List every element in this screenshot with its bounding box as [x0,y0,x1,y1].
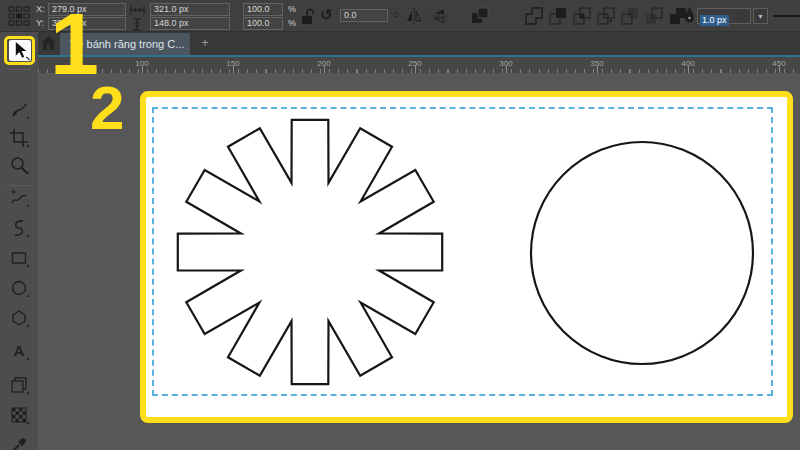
percent-h-label: % [288,4,296,14]
crop-tool[interactable] [9,128,29,148]
tab-accent-line [38,55,800,57]
document-tab-bar: Vẽ bánh răng trong C... + [38,32,800,55]
transparency-tool[interactable] [9,405,29,425]
outline-width-icon [684,6,695,26]
trim-button[interactable] [548,6,568,26]
new-tab-button[interactable]: + [196,35,214,50]
ruler-major-tick [324,66,325,73]
mirror-horizontal-button[interactable] [404,6,424,26]
intersect-button[interactable] [572,6,592,26]
mirror-vertical-button[interactable] [429,6,449,26]
weld-button[interactable] [524,6,544,26]
ellipse-status-icon: ○ [392,8,399,20]
zoom-tool[interactable] [9,155,29,175]
pick-tool[interactable] [9,40,31,61]
object-width-field[interactable]: 321.0 px [150,3,230,16]
drawing-window [38,73,800,450]
text-tool[interactable]: A [9,341,29,361]
freehand-tool[interactable] [9,188,29,208]
ruler-major-tick [597,66,598,73]
color-eyedropper-tool[interactable] [9,435,29,450]
page-shapes [146,97,787,417]
ruler-major-tick [779,66,780,73]
object-height-icon [132,18,142,31]
rotate-icon: ↺ [320,6,333,24]
simplify-button[interactable] [596,6,616,26]
smart-drawing-tool[interactable] [9,218,29,238]
ruler-major-tick [506,66,507,73]
gear-shape[interactable] [178,120,442,384]
y-label: Y: [36,18,44,28]
ruler-major-tick [233,66,234,73]
object-position-icon [8,6,30,26]
scale-h-field[interactable]: 100.0 [243,3,283,16]
group-objects-button[interactable] [470,6,490,26]
rotation-angle-field[interactable]: 0.0 [340,9,388,22]
ruler-major-tick [415,66,416,73]
contour-tool[interactable] [9,375,29,395]
object-width-icon [130,5,145,15]
lock-ratio-icon[interactable] [300,7,315,25]
percent-v-label: % [288,18,296,28]
rectangle-tool[interactable] [9,248,29,268]
ruler-major-tick [142,66,143,73]
shape-tool[interactable] [9,100,29,120]
horizontal-ruler: 100150200250300350400450 [38,57,800,73]
x-label: X: [36,4,45,14]
back-minus-front-button[interactable] [644,6,664,26]
polygon-tool[interactable] [9,308,29,328]
outline-width-combo[interactable]: 1.0 px [697,8,751,24]
scale-v-field[interactable]: 100.0 [243,17,283,30]
object-height-field[interactable]: 148.0 px [150,17,230,30]
outline-width-value: 1.0 px [700,15,729,26]
step-2-annotation: 2 [90,79,124,138]
toolbox: A [0,32,38,450]
front-minus-back-button[interactable] [620,6,640,26]
drawing-page [140,91,793,423]
ruler-major-tick [688,66,689,73]
outline-width-dropdown-arrow[interactable]: ▼ [753,8,768,24]
property-bar: X: Y: 279.0 px 305.5 px 321.0 px 148.0 p… [0,0,800,32]
outline-style-preview[interactable] [773,15,800,17]
circle-shape[interactable] [531,142,753,364]
ellipse-tool[interactable] [9,278,29,298]
